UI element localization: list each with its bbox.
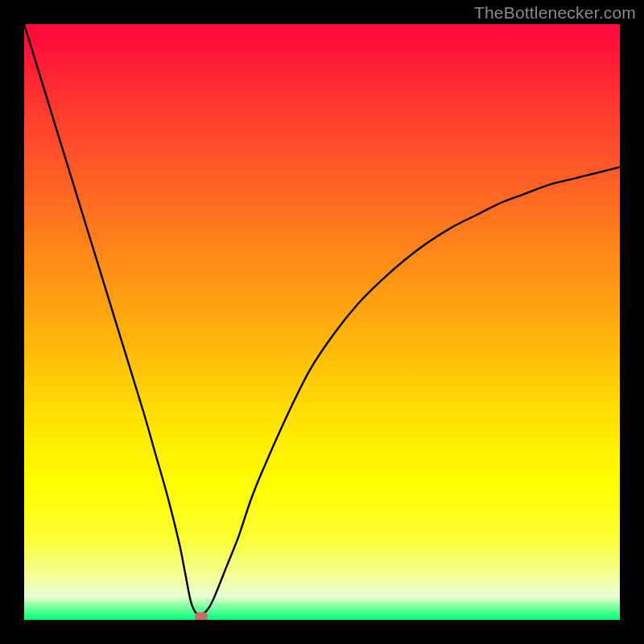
plot-area [24,24,620,620]
bottleneck-curve [24,24,620,620]
watermark-text: TheBottlenecker.com [474,3,636,23]
optimum-marker [195,613,208,620]
chart-frame: TheBottlenecker.com [0,0,644,644]
